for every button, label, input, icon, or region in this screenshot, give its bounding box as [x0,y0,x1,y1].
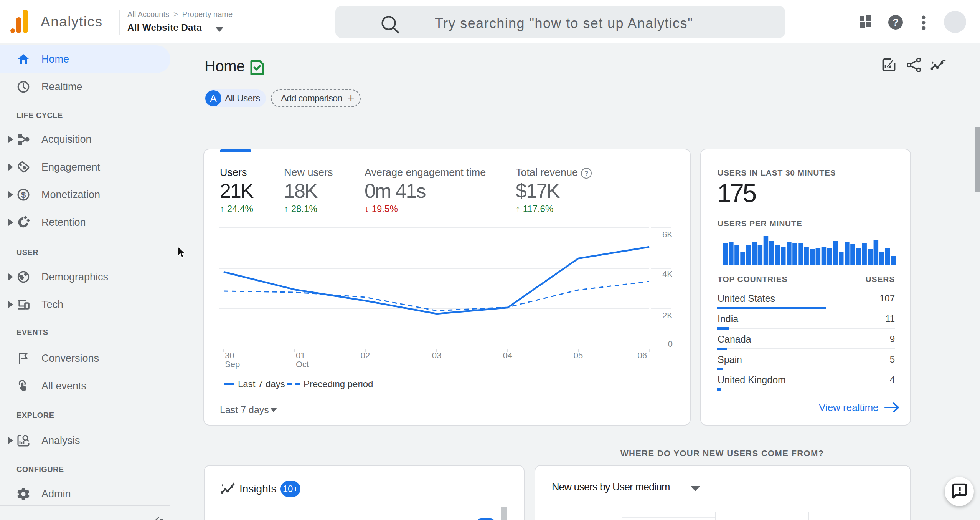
svg-text:Oct: Oct [296,359,309,369]
svg-text:Sep: Sep [225,359,240,369]
svg-text:03: 03 [432,351,441,360]
svg-text:4K: 4K [662,269,673,279]
svg-text:01: 01 [296,351,305,360]
svg-text:2K: 2K [662,311,673,320]
svg-text:05: 05 [574,351,583,360]
svg-text:$: $ [21,190,26,200]
svg-text:02: 02 [361,351,370,360]
svg-text:6K: 6K [662,230,673,239]
svg-text:06: 06 [638,351,647,360]
svg-text:30: 30 [225,351,234,360]
svg-text:04: 04 [503,351,512,360]
svg-text:0: 0 [668,339,673,349]
